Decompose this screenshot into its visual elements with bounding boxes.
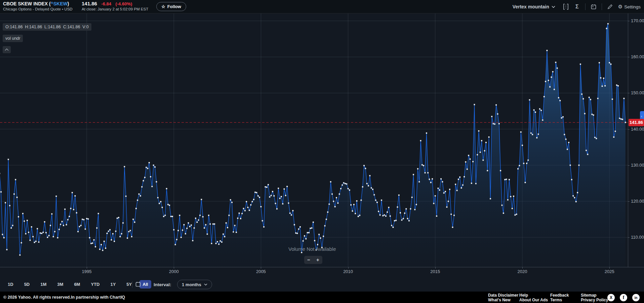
facebook-icon[interactable]: f [620, 294, 627, 301]
volume-not-available-message: Volume Not Available [288, 246, 336, 252]
footer-link-column: HelpAbout Our Ads [519, 293, 548, 302]
footer-link[interactable]: Privacy Policy [581, 298, 608, 302]
exchange-subtitle: Chicago Options - Delayed Quote • USD [3, 7, 73, 11]
draw-pencil-icon[interactable] [607, 4, 613, 10]
zoom-in-button[interactable]: + [313, 256, 322, 264]
price-chart[interactable] [0, 13, 628, 267]
x-tick [261, 267, 261, 269]
settings-button[interactable]: ⚙ Settings [618, 4, 641, 10]
y-tick [628, 129, 630, 130]
page-title: CBOE SKEW INDEX (^SKEW) [3, 1, 69, 6]
x-tick [522, 267, 523, 269]
x-axis-line [0, 267, 644, 267]
last-price: 141.86 [82, 1, 97, 6]
chart-type-dropdown[interactable]: Vertex mountain [513, 4, 555, 9]
footer-link[interactable]: Help [519, 293, 548, 298]
chevron-up-icon [5, 48, 9, 51]
x-axis-label: 2005 [253, 269, 268, 274]
price-line: 141.86 -6.84 (-4.60%) [82, 1, 132, 7]
ticker-symbol[interactable]: ^SKEW [51, 1, 68, 6]
collapse-panel-button[interactable] [3, 46, 11, 53]
y-axis-label: 120.00 [631, 199, 644, 204]
y-tick [628, 201, 630, 202]
y-tick [628, 165, 630, 166]
x-axis-label: 2025 [602, 269, 617, 274]
y-tick [628, 237, 630, 238]
header-bar: CBOE SKEW INDEX (^SKEW) Chicago Options … [0, 0, 644, 13]
star-icon: ☆ [161, 4, 165, 9]
interval-value: 1 months [182, 282, 201, 287]
range-button-6m[interactable]: 6M [71, 280, 83, 289]
x-axis-label: 2000 [166, 269, 181, 274]
range-button-group: 1D5D1M3M6MYTD1Y5YAll [5, 280, 151, 289]
x-twitter-icon[interactable]: X [607, 294, 615, 301]
zoom-out-button[interactable]: − [304, 256, 313, 264]
x-axis-label: 2010 [341, 269, 356, 274]
footer-link[interactable]: Feedback [550, 293, 569, 298]
range-button-1m[interactable]: 1M [37, 280, 49, 289]
gear-icon: ⚙ [618, 4, 622, 10]
footer-link[interactable]: About Our Ads [519, 298, 548, 302]
x-axis-label: 2020 [515, 269, 530, 274]
header-controls: Vertex mountain Σ ⚙ Settings [513, 0, 641, 13]
range-button-ytd[interactable]: YTD [88, 280, 103, 289]
range-toolbar: 1D5D1M3M6MYTD1Y5YAll Interval: 1 months [0, 278, 644, 292]
footer-link[interactable]: Sitemap [581, 293, 608, 298]
divider [602, 3, 602, 10]
range-button-all[interactable]: All [139, 280, 151, 289]
y-axis-label: 160.00 [631, 54, 644, 59]
volume-indicator-label[interactable]: vol undr [3, 35, 23, 42]
footer-bar: © 2026 Yahoo. All rights reserved.In par… [0, 292, 644, 303]
title-post: ) [68, 1, 69, 6]
y-axis-label: 140.00 [631, 127, 644, 132]
date-range-calendar-icon[interactable] [135, 281, 141, 288]
footer-link[interactable]: Data Disclaimer [488, 293, 518, 298]
title-pre: CBOE SKEW INDEX ( [3, 1, 51, 6]
x-tick [174, 267, 174, 269]
x-axis-label: 1995 [79, 269, 94, 274]
follow-button[interactable]: ☆ Follow [156, 2, 186, 11]
interval-label: Interval: [154, 282, 171, 287]
last-price-badge: 141.86 [629, 119, 644, 126]
x-tick [435, 267, 436, 269]
footer-link-column: FeedbackTerms [550, 293, 569, 302]
divider [585, 3, 586, 10]
range-button-1y[interactable]: 1Y [107, 280, 119, 289]
y-axis-separator [628, 13, 628, 267]
chevron-down-icon [204, 283, 207, 285]
y-tick [628, 57, 630, 57]
settings-label: Settings [624, 4, 641, 9]
range-button-3m[interactable]: 3M [54, 280, 66, 289]
interval-dropdown[interactable]: 1 months [177, 280, 212, 289]
price-change-percent: (-4.60%) [115, 1, 132, 6]
x-tick [87, 267, 87, 269]
footer-link[interactable]: Terms [550, 298, 569, 302]
divider [132, 281, 132, 288]
at-close-timestamp: At close: January 2 at 5:02:09 PM EST [82, 7, 148, 11]
area-fill [0, 24, 626, 267]
chevron-down-icon [552, 6, 555, 8]
calendar-icon[interactable] [591, 4, 597, 10]
x-tick [609, 267, 610, 269]
y-tick [628, 21, 630, 21]
x-axis-label: 2015 [428, 269, 443, 274]
zoom-control: − + [304, 256, 322, 264]
price-change: -6.84 [101, 1, 111, 6]
range-button-1d[interactable]: 1D [5, 280, 16, 289]
range-button-5y[interactable]: 5Y [123, 280, 135, 289]
linkedin-icon[interactable]: in [632, 294, 640, 301]
x-tick [348, 267, 349, 269]
footer-link[interactable]: What's New [488, 298, 518, 302]
footer-link-column: SitemapPrivacy Policy [581, 293, 608, 302]
studies-sigma-icon[interactable]: Σ [574, 4, 580, 10]
range-button-5d[interactable]: 5D [21, 280, 33, 289]
footer-link-column: Data DisclaimerWhat's New [488, 293, 518, 302]
chart-type-label: Vertex mountain [513, 4, 549, 9]
events-marker-icon[interactable] [563, 4, 569, 10]
y-axis-label: 130.00 [631, 163, 644, 168]
divider [148, 281, 148, 288]
y-axis-label: 170.00 [631, 18, 644, 23]
ohlc-readout: O:141.86 H:141.86 L:141.86 C:141.86 V:0 [3, 23, 91, 31]
y-tick [628, 93, 630, 93]
y-axis-label: 150.00 [631, 90, 644, 95]
